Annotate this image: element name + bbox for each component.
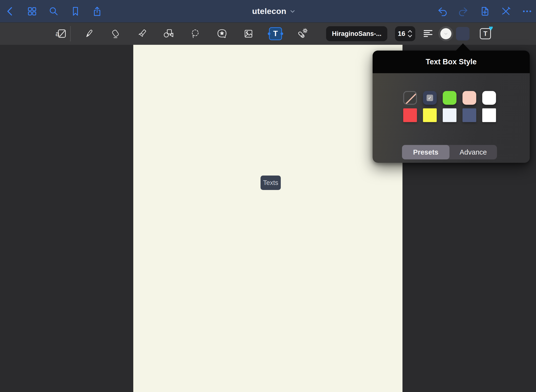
image-tool[interactable] [243, 28, 254, 39]
bookmark-button[interactable] [70, 6, 81, 17]
swatch-color[interactable] [462, 91, 476, 105]
read-mode-letter: a [55, 30, 60, 38]
read-mode-icon: a [55, 27, 67, 40]
lasso-icon [190, 28, 201, 39]
text-tool-glyph: T [273, 29, 278, 38]
read-mode-tool[interactable]: a [55, 27, 67, 40]
document-title: utelecon [252, 7, 286, 16]
tab-advance[interactable]: Advance [449, 145, 497, 159]
text-handle-left [268, 33, 270, 35]
swatch-color[interactable] [443, 108, 456, 122]
swatch-color[interactable]: ✓ [423, 91, 437, 105]
topbar-right-group [437, 0, 533, 22]
align-left-icon [422, 27, 434, 40]
font-size-value: 16 [398, 30, 405, 38]
swatch-color[interactable] [403, 108, 417, 122]
search-button[interactable] [48, 6, 59, 17]
shapes-icon [163, 28, 174, 39]
share-button[interactable] [92, 6, 103, 17]
tools-toolbar: a [0, 22, 536, 45]
text-box-style-popover: Text Box Style ✓ Presets Advance [373, 51, 530, 163]
pen-icon [84, 28, 94, 39]
more-ellipsis-icon [522, 6, 533, 17]
popover-header: Text Box Style [373, 51, 530, 73]
add-page-icon [479, 6, 490, 17]
add-page-button[interactable] [479, 6, 490, 17]
shapes-tool[interactable] [163, 28, 174, 39]
note-page[interactable] [133, 45, 402, 392]
disable-pencil-button[interactable] [500, 6, 511, 17]
pencil-cross-icon [500, 6, 511, 17]
no-fill-diagonal [405, 92, 417, 105]
laser-pointer-icon [296, 28, 308, 39]
text-color-swatch-white [440, 28, 451, 39]
stepper-chevrons-icon [407, 29, 413, 38]
search-icon [48, 6, 59, 17]
eraser-icon [110, 28, 121, 39]
canvas-text-box[interactable]: Texts [261, 176, 281, 190]
image-icon [243, 28, 254, 39]
text-box-style-button-pressed[interactable] [456, 27, 469, 40]
back-button[interactable] [5, 6, 16, 17]
font-family-label: HiraginoSans-... [332, 30, 382, 38]
style-swatch-row-1: ✓ [403, 91, 496, 105]
swatch-color[interactable] [462, 108, 476, 122]
style-swatch-row-2 [403, 108, 496, 122]
highlighter-tool[interactable] [137, 28, 147, 39]
swatch-color[interactable] [482, 91, 496, 105]
tab-presets[interactable]: Presets [402, 145, 449, 159]
highlighter-icon [137, 28, 147, 39]
swatch-color[interactable] [423, 108, 437, 122]
more-button[interactable] [522, 6, 533, 17]
lasso-tool[interactable] [190, 28, 201, 39]
text-align-button[interactable] [421, 27, 435, 40]
heart-icon: ♥ [489, 25, 493, 32]
sticker-tool[interactable] [216, 28, 228, 39]
canvas-text-box-label: Texts [263, 179, 278, 187]
redo-button[interactable] [458, 6, 469, 17]
swatch-no-fill[interactable] [403, 91, 417, 105]
popover-arrow [456, 43, 470, 51]
font-family-button[interactable]: HiraginoSans-... [326, 26, 387, 41]
pen-tool[interactable] [84, 28, 94, 39]
color-chevron-down-icon [443, 31, 449, 37]
thumbnails-button[interactable] [27, 6, 38, 17]
grid-icon [27, 6, 38, 17]
swatch-color[interactable] [443, 91, 456, 105]
app-screen: utelecon [0, 0, 536, 392]
presets-advance-segmented-control: Presets Advance [402, 145, 497, 159]
back-chevron-icon [5, 6, 16, 17]
text-handle-right [281, 33, 283, 35]
document-title-button[interactable]: utelecon [252, 0, 295, 22]
laser-pointer-tool[interactable] [296, 28, 308, 39]
selected-check-icon: ✓ [427, 95, 433, 101]
chevron-down-icon [290, 8, 295, 14]
text-color-button[interactable] [438, 26, 453, 41]
eraser-tool[interactable] [110, 28, 121, 39]
favorite-text-style-button[interactable]: T ♥ [479, 27, 492, 40]
share-icon [92, 6, 103, 17]
topbar-left-group [5, 0, 103, 22]
font-size-stepper[interactable]: 16 [395, 26, 415, 41]
undo-button[interactable] [437, 6, 448, 17]
undo-icon [437, 6, 448, 17]
top-navigation-bar: utelecon [0, 0, 536, 22]
popover-title: Text Box Style [426, 58, 476, 66]
sticker-icon [216, 28, 228, 39]
bookmark-icon [70, 6, 81, 17]
toolbar-separator [70, 26, 71, 41]
text-tool-active[interactable]: T [269, 27, 282, 40]
redo-icon [458, 6, 469, 17]
swatch-color[interactable] [482, 108, 496, 122]
